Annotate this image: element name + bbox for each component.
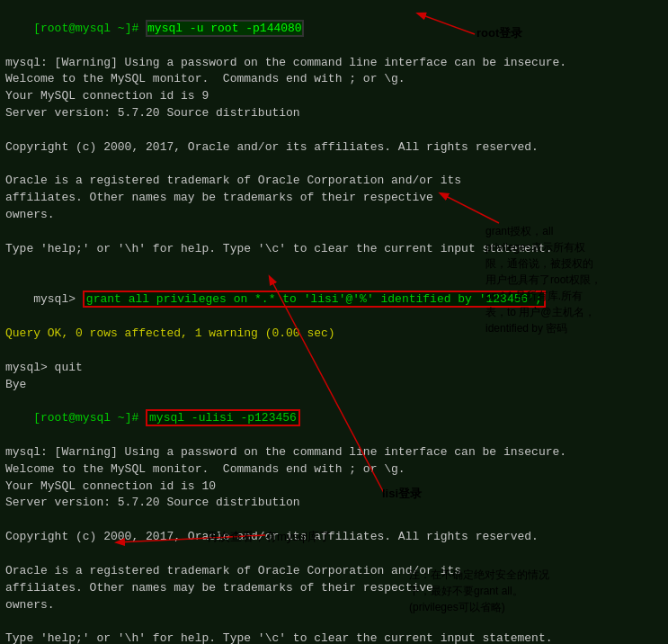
line-blank7 (5, 546, 663, 563)
line-21: mysql: [Warning] Using a password on the… (5, 444, 663, 461)
line-18: mysql> quit (5, 360, 663, 377)
line-24: Server version: 5.7.20 Source distributi… (5, 495, 663, 512)
annotation-lisi-login: lisi登录 (382, 486, 422, 502)
grant-line2: privileges表示所有权 (485, 239, 601, 255)
prompt-text: [root@mysql ~]# (33, 22, 146, 35)
line-20: [root@mysql ~]# mysql -ulisi -p123456 (5, 393, 663, 444)
line-blank2 (5, 157, 663, 174)
line-7: Copyright (c) 2000, 2017, Oracle and/or … (5, 139, 663, 157)
line-4: Your MySQL connection id is 9 (5, 88, 663, 105)
line-30: owners. (5, 597, 663, 614)
line-26: Copyright (c) 2000, 2017, Oracle and/or … (5, 529, 663, 546)
grant-cmd: grant all privileges on *.* to 'lisi'@'%… (83, 291, 546, 308)
grant-line1: grant授权，all (485, 223, 601, 239)
note-line1: 注：在不确定绝对安全的情况 (409, 567, 549, 583)
note-line2: 下，最好不要grant all。 (409, 583, 549, 599)
line-11: owners. (5, 207, 663, 224)
line-1: [root@mysql ~]# mysql -u root -p144080 (5, 4, 663, 55)
line-22: Welcome to the MySQL monitor. Commands e… (5, 461, 663, 479)
line-blank5 (5, 343, 663, 360)
lisi-login-cmd: mysql -ulisi -p123456 (146, 409, 300, 426)
cmd-highlight: mysql -u root -p144080 (146, 20, 304, 37)
line-32: Type 'help;' or '\h' for help. Type '\c'… (5, 631, 663, 644)
line-blank6 (5, 512, 663, 529)
grant-line7: identified by 密码 (485, 320, 601, 336)
line-19: Bye (5, 377, 663, 394)
line-5: Server version: 5.7.20 Source distributi… (5, 105, 663, 122)
grant-line3: 限，通俗说，被授权的 (485, 255, 601, 272)
annotation-note: 注：在不确定绝对安全的情况 下，最好不要grant all。 (privileg… (409, 567, 549, 615)
line-blank8 (5, 613, 663, 631)
line-29: affiliates. Other names may be trademark… (5, 580, 663, 597)
root-prompt2: [root@mysql ~]# (33, 411, 146, 425)
line-28: Oracle is a registered trademark of Orac… (5, 563, 663, 580)
line-10: affiliates. Other names may be trademark… (5, 190, 663, 207)
line-23: Your MySQL connection id is 10 (5, 479, 663, 496)
note-line3: (privileges可以省略) (409, 599, 549, 615)
line-2: mysql: [Warning] Using a password on the… (5, 55, 663, 72)
annotation-mysql-found: 再次查看，有mysql库了 (207, 529, 331, 545)
line-9: Oracle is a registered trademark of Orac… (5, 173, 663, 190)
line-3: Welcome to the MySQL monitor. Commands e… (5, 71, 663, 88)
line-blank1 (5, 122, 663, 139)
grant-line5: on *.* 是所有库.所有 (485, 288, 601, 304)
annotation-grant: grant授权，all privileges表示所有权 限，通俗说，被授权的 用… (485, 223, 601, 336)
grant-line6: 表，to 用户@主机名， (485, 304, 601, 320)
mysql-prompt: mysql> (33, 292, 83, 306)
annotation-root-login: root登录 (477, 25, 522, 41)
terminal: [root@mysql ~]# mysql -u root -p144080 m… (0, 0, 668, 644)
grant-line4: 用户也具有了root权限， (485, 272, 601, 288)
